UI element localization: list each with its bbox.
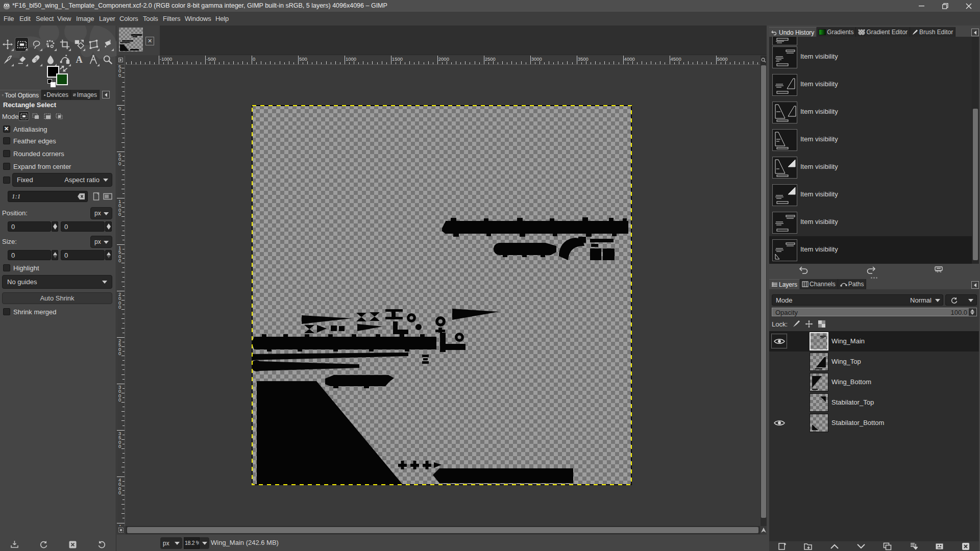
tab-brush-editor[interactable]: Brush Editor [910,27,955,37]
menu-view[interactable]: View [57,12,71,26]
lower-layer-button[interactable] [848,544,874,549]
quick-mask-button[interactable] [117,526,125,534]
horizontal-scrollbar-thumb[interactable] [127,527,758,533]
menu-help[interactable]: Help [215,12,229,26]
layer-row-wing-main[interactable]: Wing_Main [769,331,979,352]
tab-images[interactable]: Images [71,90,100,100]
shrink-merged-checkbox[interactable] [3,308,10,315]
delete-tool-preset-icon[interactable] [68,540,77,549]
mode-add-button[interactable] [30,111,41,121]
rounded-corners-checkbox[interactable] [3,150,10,157]
image-tab-close-button[interactable]: ✕ [145,37,154,45]
tool-heal[interactable] [29,53,43,67]
landscape-icon[interactable] [103,193,112,200]
tab-gradients[interactable]: Gradients [817,27,856,37]
lock-pixels-button[interactable] [792,320,800,328]
tab-channels[interactable]: Channels [800,279,838,289]
undo-item[interactable]: Item visibility [769,43,972,71]
minimize-button[interactable] [910,0,933,12]
ruler-origin-button[interactable] [117,56,125,65]
tool-move[interactable] [1,37,14,52]
undo-item[interactable]: Item visibility [769,98,972,126]
canvas-viewport[interactable] [126,65,760,526]
tool-unified-transform[interactable] [72,37,86,52]
undo-scrollbar[interactable] [972,37,979,264]
tool-text[interactable]: A [72,53,86,67]
menu-windows[interactable]: Windows [185,12,211,26]
portrait-icon[interactable] [92,192,100,201]
position-unit-combo[interactable]: px [90,207,112,219]
tab-paths[interactable]: Paths [838,279,867,289]
left-dock-menu-button[interactable] [102,91,110,98]
undo-item[interactable]: Item visibility [769,154,972,181]
delete-layer-button[interactable] [953,542,979,550]
guides-combo[interactable]: No guides [2,275,112,289]
tool-paintbrush[interactable] [1,53,14,67]
tab-tool-options[interactable]: Tool Options [0,90,41,100]
zoom-follow-window-button[interactable] [761,56,767,65]
tool-measure[interactable] [86,53,100,67]
auto-shrink-button[interactable]: Auto Shrink [2,292,112,304]
tab-layers[interactable]: Layers [769,279,800,289]
background-color-swatch[interactable] [56,73,68,85]
size-width-spinner[interactable] [52,250,58,260]
position-x-spinner[interactable] [52,221,58,232]
menu-edit[interactable]: Edit [19,12,31,26]
layer-mode-switch-button[interactable] [945,294,977,306]
visibility-toggle[interactable] [771,415,787,430]
layer-row-wing-bottom[interactable]: Wing_Bottom [769,372,979,392]
menu-select[interactable]: Select [36,12,54,26]
menu-layer[interactable]: Layer [99,12,115,26]
restore-tool-preset-icon[interactable] [39,540,48,549]
layer-mode-combo[interactable]: Mode Normal [772,294,943,306]
tool-zoom[interactable] [101,53,114,67]
new-layer-group-button[interactable] [795,542,821,550]
opacity-slider[interactable]: Opacity 100.0 [772,308,977,316]
antialiasing-checkbox[interactable]: ✕ [3,126,10,133]
layer-row-stabilator-bottom[interactable]: Stabilator_Bottom [769,413,979,433]
mode-intersect-button[interactable] [54,111,64,121]
horizontal-ruler[interactable]: -1000-5000500100015002000250030003500400… [126,56,760,65]
clear-entry-icon[interactable] [78,193,85,199]
tool-fuzzy-select[interactable] [43,37,57,52]
close-button[interactable] [957,0,980,12]
vertical-scrollbar[interactable] [761,56,767,526]
merge-down-button[interactable] [900,542,926,550]
zoom-combo-button[interactable] [200,537,209,549]
clear-history-button[interactable] [934,266,943,274]
undo-scrollbar-thumb[interactable] [973,109,978,260]
lock-position-button[interactable] [805,320,813,328]
tool-rectangle-select[interactable] [15,37,29,52]
tool-blur-sharpen[interactable] [43,53,57,67]
raise-layer-button[interactable] [822,544,848,549]
menu-colors[interactable]: Colors [119,12,138,26]
undo-button[interactable] [798,266,808,274]
tab-gradient-editor[interactable]: Gradient Editor [856,27,910,37]
menu-filters[interactable]: Filters [163,12,180,26]
tool-eraser[interactable] [15,53,29,67]
undo-item[interactable]: Item visibility [769,181,972,209]
horizontal-scrollbar[interactable] [126,526,760,534]
size-height-spinner[interactable] [105,250,112,260]
image-tab[interactable]: ✕ [117,26,160,55]
mode-replace-button[interactable] [18,111,29,121]
tab-devices[interactable]: i Devices [41,90,71,100]
undo-dock-menu-button[interactable] [971,29,979,36]
reset-tool-options-icon[interactable] [97,540,106,549]
lock-alpha-button[interactable] [818,320,826,328]
add-mask-button[interactable] [926,542,952,550]
mode-subtract-button[interactable] [42,111,53,121]
new-layer-button[interactable] [769,542,795,550]
swap-colors-icon[interactable] [59,65,68,73]
expand-from-center-checkbox[interactable] [3,163,10,170]
save-tool-preset-icon[interactable] [10,540,19,549]
tool-bucket-fill[interactable] [101,37,114,52]
duplicate-layer-button[interactable] [874,542,900,550]
highlight-checkbox[interactable] [3,264,10,271]
redo-button[interactable] [866,266,876,274]
zoom-level-entry[interactable]: 18.2 % [184,537,200,549]
undo-item[interactable]: Item visibility [769,209,972,236]
menu-file[interactable]: File [4,12,14,26]
tab-undo-history[interactable]: Undo History [769,27,817,37]
restore-button[interactable] [934,0,957,12]
